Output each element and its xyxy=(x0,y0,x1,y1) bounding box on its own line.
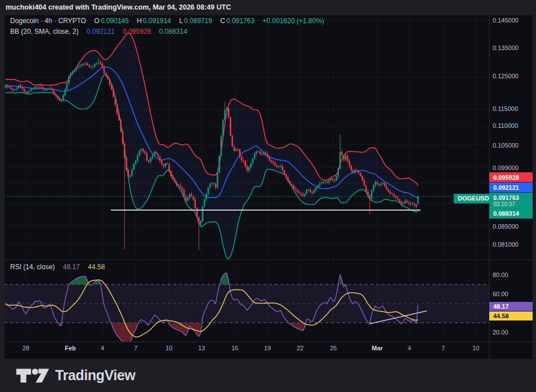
time-axis-label: 7 xyxy=(123,345,148,351)
price-axis-label: 0.125000 xyxy=(493,72,519,80)
rsi-value: 48.17 xyxy=(63,263,80,271)
symbol-header: Dogecoin · 4h · CRYPTO O0.090145 H0.0919… xyxy=(10,17,325,25)
rsi-badge-value: 48.17 xyxy=(493,303,533,310)
time-axis-label: 25 xyxy=(321,345,346,351)
rsi-axis-label: 80.00 xyxy=(493,271,508,279)
rsi-header: RSI (14, close) 48.17 44.58 xyxy=(10,263,106,271)
low-value: 0.089719 xyxy=(184,17,212,25)
open-label: O xyxy=(94,17,99,25)
time-axis-label: 4 xyxy=(397,345,422,351)
time-axis-label: 7 xyxy=(431,345,455,351)
rsi-ma-badge-value: 44.58 xyxy=(493,313,533,319)
rsi-axis-label: 20.00 xyxy=(493,328,508,336)
tradingview-snapshot: muchoki404 created with TradingView.com,… xyxy=(0,0,536,392)
bb-lower-value: 0.088314 xyxy=(159,28,187,35)
high-value: 0.091914 xyxy=(143,17,171,25)
rsi-ma-badge: 44.58 xyxy=(489,311,533,320)
price-axis-label: 0.105000 xyxy=(493,141,519,149)
bb-basis-badge: 0.092121 xyxy=(489,182,533,192)
price-axis-label: 0.099000 xyxy=(493,164,519,172)
tradingview-logo-icon xyxy=(15,367,50,384)
bb-label: BB (20, SMA, close, 2) xyxy=(10,28,78,35)
last-price-badge: 0.091763 03:10:37 xyxy=(489,193,533,208)
symbol-price-label: DOGEUSD xyxy=(454,194,493,203)
last-price-value: 0.091763 xyxy=(493,194,533,201)
price-axis-label: 0.110000 xyxy=(493,122,518,130)
rsi-ma-value: 44.58 xyxy=(88,263,105,271)
close-value: 0.091763 xyxy=(226,17,254,25)
bb-basis-value: 0.092121 xyxy=(87,28,115,35)
bb-lower-badge-value: 0.088314 xyxy=(493,210,533,217)
time-axis-label: 13 xyxy=(189,345,214,351)
change-value: +0.001620 (+1.80%) xyxy=(262,17,324,25)
open-value: 0.090145 xyxy=(101,17,129,25)
price-axis-label: 0.081000 xyxy=(493,240,519,248)
time-axis-label: 4 xyxy=(90,345,115,351)
close-label: C xyxy=(220,17,225,25)
tradingview-logo-text: TradingView xyxy=(55,367,135,384)
price-axis-label: 0.085000 xyxy=(493,222,519,230)
bb-upper-badge-value: 0.095928 xyxy=(493,174,533,181)
time-axis-label: 10 xyxy=(463,345,488,351)
high-label: H xyxy=(137,17,142,25)
time-axis-label: Feb xyxy=(58,345,83,351)
price-axis-label: 0.145000 xyxy=(493,16,519,24)
time-axis-label: 16 xyxy=(222,345,247,351)
bb-basis-badge-value: 0.092121 xyxy=(493,184,533,191)
symbol-title: Dogecoin · 4h · CRYPTO xyxy=(10,17,86,25)
rsi-label: RSI (14, close) xyxy=(10,263,55,271)
bb-header: BB (20, SMA, close, 2) 0.092121 0.095928… xyxy=(10,28,189,35)
price-axis-label: 0.135000 xyxy=(493,44,519,52)
bb-upper-value: 0.095928 xyxy=(123,28,151,35)
time-axis-label: 10 xyxy=(157,345,181,351)
tradingview-logo[interactable]: TradingView xyxy=(15,367,135,384)
bar-countdown: 03:10:37 xyxy=(493,201,533,207)
low-label: L xyxy=(179,17,183,25)
rsi-axis-label: 60.00 xyxy=(493,290,508,298)
rsi-badge: 48.17 xyxy=(489,302,533,311)
bb-lower-badge: 0.088314 xyxy=(489,208,533,219)
footer-bar: TradingView xyxy=(0,359,536,392)
time-axis-label: 22 xyxy=(288,345,312,351)
time-axis-label: 28 xyxy=(14,345,38,351)
time-axis-label: 19 xyxy=(255,345,280,351)
time-axis-label: Mar xyxy=(365,345,390,351)
price-axis-label: 0.115000 xyxy=(493,105,518,113)
bb-upper-badge: 0.095928 xyxy=(489,172,533,182)
